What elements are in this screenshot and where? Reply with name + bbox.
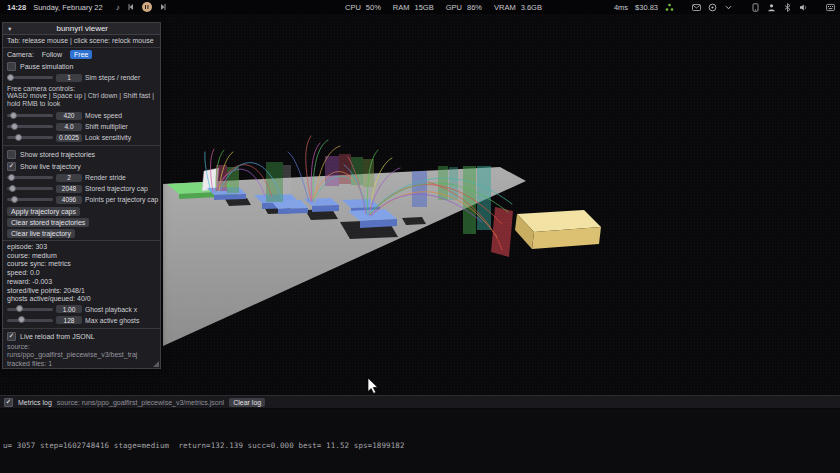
trajectory-buttons: Apply trajectory caps Clear stored traje… xyxy=(3,207,160,238)
toggle-checkbox[interactable] xyxy=(7,150,16,159)
session-icon[interactable] xyxy=(708,3,717,12)
camera-sliders: 420 Move speed 4.0 Shift multiplier 0.00… xyxy=(3,110,160,143)
mouse-cursor xyxy=(368,378,378,393)
camera-mode-row: Camera: Follow Free xyxy=(3,48,160,60)
live-reload-label: Live reload from JSONL xyxy=(20,333,95,340)
slider[interactable] xyxy=(7,114,53,117)
tracked-files: tracked files: 1 xyxy=(3,360,160,368)
top-status-bar: 14:28 Sunday, February 22 ♪ CPU 50% RAM … xyxy=(0,0,840,14)
stat-item: RAM 15GB xyxy=(393,3,434,12)
metrics-source: source: runs/ppo_goalfirst_piecewise_v3/… xyxy=(57,399,224,406)
viewer-panel: ▼ bunnyrl viewer Tab: release mouse | cl… xyxy=(2,22,161,369)
panel-button[interactable]: Clear stored trajectories xyxy=(7,218,89,227)
slider-row: 2 Render stride xyxy=(3,172,160,183)
sim-steps-slider-row: 1 Sim steps / render xyxy=(3,72,160,83)
status-line: episode: 303 xyxy=(3,243,160,252)
latency-indicator: 4ms xyxy=(614,3,628,12)
camera-label: Camera: xyxy=(7,51,34,58)
slider[interactable] xyxy=(7,308,53,311)
phone-icon[interactable] xyxy=(751,3,760,12)
slider-row: 1.00 Ghost playback x xyxy=(3,304,160,315)
toggle-row: Show live trajectory xyxy=(3,160,160,172)
status-line: reward: -0.003 xyxy=(3,278,160,287)
prev-track-icon[interactable] xyxy=(127,3,135,11)
slider-row: 2048 Stored trajectory cap xyxy=(3,183,160,194)
stat-item: VRAM 3.6GB xyxy=(494,3,542,12)
bluetooth-icon[interactable] xyxy=(783,3,792,12)
stat-item: CPU 50% xyxy=(345,3,381,12)
goal-platform xyxy=(515,210,601,249)
ghost-sliders: 1.00 Ghost playback x 128 Max active gho… xyxy=(3,304,160,326)
panel-button[interactable]: Apply trajectory caps xyxy=(7,207,80,216)
camera-mode-option[interactable]: Follow xyxy=(38,50,66,59)
reload-source: source: runs/ppo_goalfirst_piecewise_v3/… xyxy=(3,343,160,360)
pause-row: Pause simulation xyxy=(3,60,160,72)
metrics-log-output[interactable]: u= 3057 step=1602748416 stage=medium ret… xyxy=(0,409,840,473)
status-line: course: medium xyxy=(3,252,160,261)
desktop: 14:28 Sunday, February 22 ♪ CPU 50% RAM … xyxy=(0,0,840,473)
slider-row: 128 Max active ghosts xyxy=(3,315,160,326)
panel-button[interactable]: Clear live trajectory xyxy=(7,229,75,238)
log-line: u= 3057 step=1602748416 stage=medium ret… xyxy=(3,442,840,450)
live-reload-row: Live reload from JSONL xyxy=(3,331,160,343)
status-readout: episode: 303 course: medium course sync:… xyxy=(3,243,160,304)
free-camera-section-title: Free camera controls: xyxy=(3,83,160,92)
stat-item: GPU 86% xyxy=(446,3,482,12)
slider-row: 4096 Points per trajectory cap xyxy=(3,194,160,205)
toggle-row: Show stored trajectories xyxy=(3,148,160,160)
collapse-arrow-icon[interactable]: ▼ xyxy=(7,26,12,32)
metrics-log-bar: Metrics log source: runs/ppo_goalfirst_p… xyxy=(0,395,840,408)
free-camera-hint: WASD move | Space up | Ctrl down | Shift… xyxy=(3,92,160,110)
slider-row: 0.0025 Look sensitivity xyxy=(3,132,160,143)
camera-mode-option[interactable]: Free xyxy=(70,50,92,59)
sim-steps-slider[interactable] xyxy=(7,76,53,79)
slider[interactable] xyxy=(7,125,53,128)
panel-title: bunnyrl viewer xyxy=(16,24,148,33)
next-track-icon[interactable] xyxy=(159,3,167,11)
slider[interactable] xyxy=(7,319,53,322)
slider[interactable] xyxy=(7,136,53,139)
system-stats: CPU 50% RAM 15GB GPU 86% VRAM 3.6GB xyxy=(345,0,542,14)
chevron-down-icon[interactable] xyxy=(724,3,733,12)
metrics-log-checkbox[interactable] xyxy=(4,398,13,407)
slider-row: 420 Move speed xyxy=(3,110,160,121)
pause-label: Pause simulation xyxy=(20,63,73,70)
music-note-icon: ♪ xyxy=(116,3,120,12)
resize-grip[interactable] xyxy=(153,361,159,367)
keyboard-icon[interactable] xyxy=(826,3,835,12)
slider[interactable] xyxy=(7,176,53,179)
date[interactable]: Sunday, February 22 xyxy=(33,3,103,12)
trajectory-sliders: 2 Render stride 2048 Stored trajectory c… xyxy=(3,172,160,205)
clock[interactable]: 14:28 xyxy=(7,3,26,12)
live-reload-checkbox[interactable] xyxy=(7,332,16,341)
status-line: course sync: metrics xyxy=(3,260,160,269)
clear-log-button[interactable]: Clear log xyxy=(229,398,265,407)
volume-icon[interactable] xyxy=(799,3,808,12)
user-icon[interactable] xyxy=(767,3,776,12)
cluster-icon[interactable] xyxy=(665,3,674,12)
play-pause-button[interactable] xyxy=(142,2,152,12)
trajectory-toggles: Show stored trajectories Show live traje… xyxy=(3,148,160,172)
toggle-checkbox[interactable] xyxy=(7,162,16,171)
balance-indicator: $30.83 xyxy=(635,3,658,12)
slider[interactable] xyxy=(7,198,53,201)
mail-icon[interactable] xyxy=(692,3,701,12)
status-line: ghosts active/queued: 40/0 xyxy=(3,295,160,304)
mouse-hint: Tab: release mouse | click scene: relock… xyxy=(3,35,160,48)
metrics-log-label: Metrics log xyxy=(18,399,52,406)
slider-row: 4.0 Shift multiplier xyxy=(3,121,160,132)
status-line: stored/live points: 2048/1 xyxy=(3,287,160,296)
status-line: speed: 0.0 xyxy=(3,269,160,278)
panel-title-bar[interactable]: ▼ bunnyrl viewer xyxy=(3,23,160,35)
slider[interactable] xyxy=(7,187,53,190)
pause-checkbox[interactable] xyxy=(7,62,16,71)
